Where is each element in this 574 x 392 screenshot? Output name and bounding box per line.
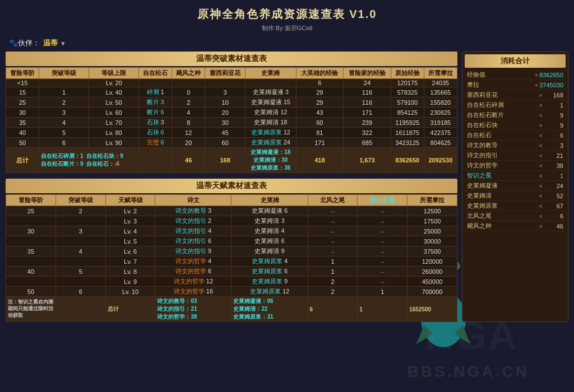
table-row: 25 2 Lv. 50 断片 3 2 10 史莱姆凝液 15 29 116 57… (6, 97, 457, 108)
table-row: 40 5 Lv. 80 石块 6 12 45 史莱姆原浆 12 81 322 1… (6, 128, 457, 138)
table-row: 30 3 Lv. 60 断片 6 4 20 史莱姆清 12 43 171 854… (6, 108, 457, 118)
companion-arrow[interactable]: ▾ (61, 39, 65, 48)
col-crown: 智识之冕 (358, 195, 408, 206)
summary-item: 诗文的教导 × 3 (465, 141, 566, 151)
col-seed: 飓风之种 (172, 68, 205, 79)
table-row: 50 6 Lv. 10 诗文的哲学 16 史莱姆原浆 12 2 1 700000 (6, 287, 457, 297)
talent-table-section: 温蒂天赋素材速查表 冒险等阶 突破等级 天赋等级 诗文 史莱姆 北风之尾 智识之… (6, 179, 457, 322)
col-poem: 诗文 (155, 195, 232, 206)
summary-item: 智识之冕 × 1 (465, 171, 566, 181)
col-mora: 所需摩拉 (424, 68, 457, 79)
table-row: Lv. 5 诗文的指引 6 史莱姆清 6 – – 30000 (6, 236, 457, 246)
summary-item: 自在松石 × 6 (465, 130, 566, 141)
break-table-title: 温蒂突破素材速查表 (6, 52, 457, 66)
table-row: Lv. 3 诗文的指引 2 史莱姆清 3 – – 17500 (6, 216, 457, 226)
col-adv2: 冒险等阶 (6, 195, 56, 206)
summary-item: 飓风之种 × 46 (465, 221, 566, 231)
col-tail: 北风之尾 (308, 195, 358, 206)
break-table-total: 总计 自在松石碎屑：1 自在松石块：9 自在松石断片：9 自在松石：-6 46 … (6, 148, 457, 173)
summary-panel: 消耗合计 经验值 × 8362650 摩拉 × 3745030 塞西莉亚花 × … (462, 52, 568, 322)
page-subtitle: 制作 By 振羿GCell (0, 24, 574, 32)
break-table-section: 温蒂突破素材速查表 冒险等阶 突破等级 等级上限 自在松石 飓风之种 塞西莉亚花… (6, 52, 457, 173)
table-row: Lv. 9 诗文的哲学 12 史莱姆原浆 9 2 – 450000 (6, 277, 457, 287)
summary-item: 诗文的哲学 × 38 (465, 161, 566, 171)
table-row: 35 4 Lv. 70 石块 3 8 30 史莱姆清 18 60 239 119… (6, 118, 457, 128)
table-row: 25 2 Lv. 2 诗文的教导 3 史莱姆凝液 6 – – 12500 (6, 206, 457, 216)
col-raw-exp: 原始经验 (391, 68, 424, 79)
table-row: 35 4 Lv. 6 诗文的指引 9 史莱姆清 9 – – 37500 (6, 246, 457, 256)
talent-table-total: 注：智识之冕在内测期间只能通过限时活动获取 总计 诗文的教导：03诗文的指引：2… (6, 297, 457, 322)
col-hero-exp: 大英雄的经验 (296, 68, 344, 79)
col-slime2: 史莱姆 (232, 195, 308, 206)
summary-item: 史莱姆清 × 52 (465, 191, 566, 201)
table-row: 50 6 Lv. 90 完璧 6 20 60 史莱姆原浆 24 171 685 … (6, 138, 457, 148)
summary-item: 自在松石块 × 9 (465, 120, 566, 130)
col-br2: 突破等级 (55, 195, 105, 206)
talent-table-title: 温蒂天赋素材速查表 (6, 179, 457, 193)
summary-item: 经验值 × 8362650 (465, 70, 566, 80)
table-row: 30 3 Lv. 4 诗文的指引 4 史莱姆清 4 – – 25000 (6, 226, 457, 236)
col-jade: 自在松石 (139, 68, 172, 79)
summary-item: 诗文的指引 × 21 (465, 151, 566, 161)
col-mora2: 所需摩拉 (408, 195, 457, 206)
col-br: 突破等级 (39, 68, 89, 79)
table-row: Lv. 7 诗文的哲学 4 史莱姆原浆 4 1 – 120000 (6, 256, 457, 267)
summary-item: 塞西莉亚花 × 168 (465, 90, 566, 100)
watermark-domain: BBS.NGA.CN (408, 363, 529, 381)
summary-item: 自在松石断片 × 9 (465, 110, 566, 120)
companion-label: 🐾伙伴： (9, 38, 40, 48)
col-lv2: 天赋等级 (105, 195, 155, 206)
break-table: 冒险等阶 突破等级 等级上限 自在松石 飓风之种 塞西莉亚花 史莱姆 大英雄的经… (6, 67, 457, 173)
col-adv-exp: 冒险家的经验 (344, 68, 391, 79)
col-lv: 等级上限 (89, 68, 139, 79)
companion-name[interactable]: 温蒂 (43, 38, 58, 48)
table-row: 15 1 Lv. 40 碎屑 1 0 3 史莱姆凝液 3 29 116 5783… (6, 87, 457, 97)
summary-title: 消耗合计 (465, 54, 566, 68)
table-row: <15 Lv. 20 6 24 120175 24035 (6, 79, 457, 87)
summary-item: 史莱姆原浆 × 67 (465, 201, 566, 211)
summary-item: 史莱姆凝液 × 24 (465, 181, 566, 191)
talent-table: 冒险等阶 突破等级 天赋等级 诗文 史莱姆 北风之尾 智识之冕 所需摩拉 25 … (6, 194, 457, 322)
left-panel: 温蒂突破素材速查表 冒险等阶 突破等级 等级上限 自在松石 飓风之种 塞西莉亚花… (6, 52, 457, 322)
page-title: 原神全角色养成资源速查表 V1.0 (0, 0, 574, 24)
summary-item: 摩拉 × 3745030 (465, 80, 566, 90)
col-slime: 史莱姆 (246, 68, 297, 79)
companion-bar: 🐾伙伴： 温蒂 ▾ (0, 37, 574, 52)
summary-item: 自在松石碎屑 × 1 (465, 100, 566, 110)
col-adv: 冒险等阶 (6, 68, 39, 79)
summary-item: 北风之尾 × 6 (465, 211, 566, 221)
col-flower: 塞西莉亚花 (205, 68, 246, 79)
table-row: 40 5 Lv. 8 诗文的哲学 6 史莱姆原浆 6 1 – 260000 (6, 267, 457, 277)
